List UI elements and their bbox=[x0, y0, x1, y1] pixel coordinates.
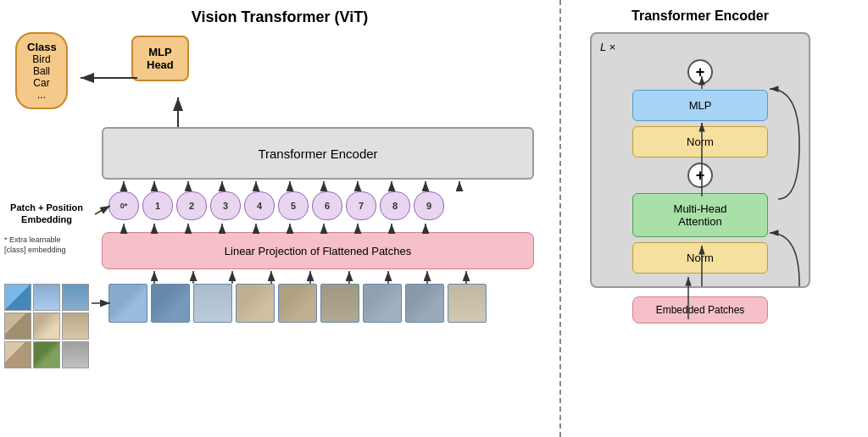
src-patch-1 bbox=[4, 284, 31, 311]
embedded-patches-label: Embedded Patches bbox=[656, 304, 745, 316]
img-patch-5 bbox=[278, 284, 317, 323]
tokens-row: 0* 1 2 3 4 5 6 7 8 9 bbox=[108, 191, 444, 220]
token-8: 8 bbox=[380, 191, 410, 220]
class-car: Car bbox=[27, 77, 56, 89]
transformer-encoder-label: Transformer Encoder bbox=[258, 147, 377, 161]
te-title: Transformer Encoder bbox=[578, 8, 822, 24]
token-0: 0* bbox=[108, 191, 139, 220]
src-patch-6 bbox=[62, 313, 89, 340]
token-4: 4 bbox=[244, 191, 275, 220]
token-2: 2 bbox=[176, 191, 207, 220]
class-ball: Ball bbox=[27, 65, 56, 77]
mlp-head-label: MLPHead bbox=[147, 46, 174, 71]
te-block: + MLP Norm + bbox=[609, 59, 792, 274]
te-mlp-box: MLP bbox=[632, 90, 768, 121]
linear-projection-box: Linear Projection of Flattened Patches bbox=[102, 232, 534, 269]
patch-extra-label: * Extra learnable[class] embedding bbox=[4, 235, 97, 255]
norm-bottom-label: Norm bbox=[687, 252, 714, 264]
token-1: 1 bbox=[142, 191, 173, 220]
te-norm-bottom-box: Norm bbox=[632, 242, 768, 274]
plus-circle-bottom: + bbox=[687, 163, 713, 188]
src-patch-7 bbox=[4, 341, 31, 368]
te-norm-top-box: Norm bbox=[632, 126, 768, 158]
token-7: 7 bbox=[346, 191, 376, 220]
mlp-head-box: MLPHead bbox=[131, 36, 189, 81]
token-6: 6 bbox=[312, 191, 342, 220]
class-ellipsis: ... bbox=[27, 89, 56, 101]
img-patch-7 bbox=[363, 284, 402, 323]
class-label: Class bbox=[27, 41, 56, 53]
src-patch-2 bbox=[33, 284, 60, 311]
img-patch-8 bbox=[405, 284, 444, 323]
src-patch-8 bbox=[33, 341, 60, 368]
plus-top-icon: + bbox=[696, 64, 705, 81]
token-5: 5 bbox=[278, 191, 309, 220]
linear-projection-label: Linear Projection of Flattened Patches bbox=[225, 245, 411, 257]
src-patch-3 bbox=[62, 284, 89, 311]
te-outer-box: L × + MLP Norm + bbox=[590, 32, 810, 288]
class-box: Class Bird Ball Car ... bbox=[15, 32, 68, 109]
img-patch-6 bbox=[320, 284, 359, 323]
token-3: 3 bbox=[210, 191, 241, 220]
norm-top-label: Norm bbox=[687, 136, 714, 148]
class-bird: Bird bbox=[27, 53, 56, 65]
plus-bottom-icon: + bbox=[696, 167, 705, 185]
mha-label: Multi-HeadAttention bbox=[674, 202, 727, 228]
image-patches-row bbox=[108, 284, 487, 323]
src-patch-4 bbox=[4, 313, 31, 340]
te-mha-box: Multi-HeadAttention bbox=[632, 193, 768, 237]
vit-panel: Vision Transformer (ViT) Class Bird Ball… bbox=[0, 0, 559, 437]
transformer-encoder-panel: Transformer Encoder L × + MLP Norm bbox=[559, 0, 839, 437]
src-patch-5 bbox=[33, 313, 60, 340]
src-patch-9 bbox=[62, 341, 89, 368]
img-patch-3 bbox=[193, 284, 232, 323]
lx-label: L × bbox=[600, 41, 615, 53]
img-patch-4 bbox=[236, 284, 275, 323]
img-patch-9 bbox=[448, 284, 487, 323]
source-image-grid bbox=[4, 284, 89, 368]
token-9: 9 bbox=[414, 191, 444, 220]
embedded-patches-box: Embedded Patches bbox=[632, 296, 768, 324]
patch-position-label: Patch + PositionEmbedding bbox=[4, 202, 89, 226]
vit-title: Vision Transformer (ViT) bbox=[8, 8, 551, 26]
img-patch-1 bbox=[108, 284, 147, 323]
mlp-label: MLP bbox=[689, 99, 712, 112]
plus-circle-top: + bbox=[687, 59, 713, 85]
img-patch-2 bbox=[151, 284, 190, 323]
transformer-encoder-box: Transformer Encoder bbox=[102, 127, 534, 180]
